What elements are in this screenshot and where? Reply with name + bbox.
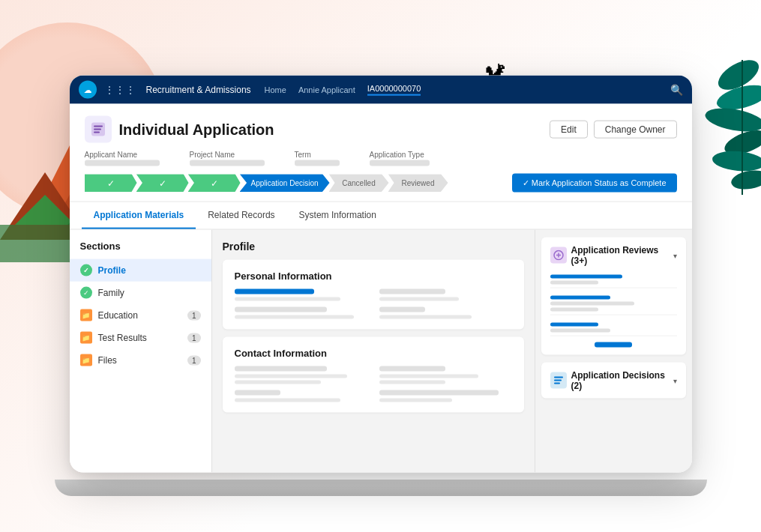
term-label: Term (295, 151, 340, 159)
contact-f1-s2 (235, 381, 321, 384)
profile-section-title: Profile (223, 241, 524, 253)
r1-bar1 (550, 275, 623, 279)
content-area: Individual Application Edit Change Owner… (70, 104, 692, 473)
contact-f3-s (235, 399, 341, 402)
tab-related-records[interactable]: Related Records (196, 202, 286, 229)
contact-information-title: Contact Information (235, 348, 512, 359)
reviews-icon (550, 247, 567, 264)
progress-bar: ✓ ✓ ✓ Application Decision Cancelled Rev… (85, 174, 677, 193)
sections-sidebar: Sections ✓ Profile ✓ Family 📁 Education … (70, 230, 212, 473)
record-fields: Applicant Name Project Name Term Applica… (85, 151, 677, 166)
nav-applicant[interactable]: Annie Applicant (298, 85, 355, 94)
section-item-profile[interactable]: ✓ Profile (70, 259, 211, 282)
r2-bar1 (550, 296, 611, 300)
contact-field-3 (235, 390, 367, 402)
progress-step-cancelled[interactable]: Cancelled (329, 174, 389, 192)
application-type-value (370, 160, 430, 166)
contact-f4-s (379, 399, 452, 402)
tab-application-materials[interactable]: Application Materials (82, 202, 196, 229)
project-name-value (190, 160, 265, 166)
files-label: Files (98, 355, 117, 366)
personal-info-fields (235, 289, 512, 319)
review-1-bars (550, 275, 671, 285)
section-item-test-results[interactable]: 📁 Test Results 1 (70, 327, 211, 349)
files-folder-icon: 📁 (80, 354, 92, 366)
nav-home[interactable]: Home (265, 85, 286, 94)
term-value (295, 160, 340, 166)
r2-bar2 (550, 302, 635, 306)
svg-point-11 (730, 168, 761, 192)
progress-step-reviewed[interactable]: Reviewed (388, 174, 448, 192)
project-name-field: Project Name (190, 151, 265, 166)
svg-point-10 (712, 149, 761, 173)
app-name: Recruitment & Admissions (146, 85, 251, 95)
change-owner-button[interactable]: Change Owner (594, 121, 677, 139)
progress-step-1[interactable]: ✓ (85, 174, 137, 192)
field-1-sub (235, 297, 341, 301)
personal-information-card: Personal Information (223, 260, 524, 330)
contact-f2-v (379, 366, 446, 372)
field-2 (379, 289, 512, 301)
topbar-nav: Home Annie Applicant IA0000000070 (265, 84, 663, 96)
salesforce-logo: ☁ (79, 81, 97, 99)
mark-complete-button[interactable]: ✓ Mark Application Status as Complete (512, 174, 677, 193)
field-4-value (379, 307, 426, 312)
reviews-title: Application Reviews (3+) (571, 245, 669, 266)
laptop-frame: ☁ ⋮⋮⋮ Recruitment & Admissions Home Anni… (70, 76, 692, 473)
progress-step-app-decision[interactable]: Application Decision (240, 174, 330, 192)
applicant-name-value (85, 160, 160, 166)
test-results-folder-icon: 📁 (80, 332, 92, 344)
field-4-sub (379, 315, 472, 319)
applicant-name-field: Applicant Name (85, 151, 160, 166)
section-item-education[interactable]: 📁 Education 1 (70, 304, 211, 327)
app-launcher-icon[interactable]: ⋮⋮⋮ (104, 84, 136, 96)
profile-label: Profile (98, 265, 126, 276)
record-type-icon (85, 116, 112, 143)
right-panel: Application Reviews (3+) ▾ (535, 230, 692, 473)
review-2-bars (550, 296, 671, 312)
field-3-sub (235, 315, 354, 319)
decisions-header[interactable]: Application Decisions (2) ▾ (550, 370, 677, 391)
field-2-value (379, 289, 446, 294)
files-badge: 1 (187, 355, 201, 365)
review-row-2 (550, 293, 677, 315)
review-3-bars (550, 323, 671, 333)
contact-f1-s (235, 375, 347, 378)
reviews-chevron[interactable]: ▾ (673, 251, 677, 259)
record-title-left: Individual Application (85, 116, 274, 143)
review-row-3 (550, 320, 677, 336)
education-label: Education (98, 310, 138, 321)
sections-title: Sections (70, 241, 211, 259)
project-name-label: Project Name (190, 151, 265, 159)
app-decision-label: Application Decision (250, 179, 318, 187)
view-all-container (550, 342, 677, 348)
term-field: Term (295, 151, 340, 166)
contact-information-card: Contact Information (223, 337, 524, 413)
decisions-title: Application Decisions (2) (571, 370, 669, 391)
progress-step-2[interactable]: ✓ (136, 174, 189, 192)
record-actions: Edit Change Owner (550, 121, 676, 139)
search-icon[interactable]: 🔍 (670, 84, 683, 96)
edit-button[interactable]: Edit (550, 121, 588, 139)
nav-application-id[interactable]: IA0000000070 (367, 84, 421, 96)
reviews-header[interactable]: Application Reviews (3+) ▾ (550, 245, 677, 266)
tab-system-information[interactable]: System Information (287, 202, 388, 229)
r1-bar2 (550, 281, 598, 285)
section-item-files[interactable]: 📁 Files 1 (70, 349, 211, 372)
contact-f2-s2 (379, 381, 446, 384)
contact-f3-v (235, 390, 281, 396)
reviewed-label: Reviewed (402, 179, 435, 187)
svg-rect-21 (554, 380, 562, 381)
laptop-bottom (55, 480, 707, 496)
family-check-icon: ✓ (80, 287, 92, 299)
review-row-1 (550, 272, 677, 288)
section-item-family[interactable]: ✓ Family (70, 282, 211, 304)
progress-step-3[interactable]: ✓ (188, 174, 241, 192)
record-title-text: Individual Application (119, 121, 274, 138)
family-label: Family (98, 288, 124, 298)
svg-rect-22 (554, 383, 560, 384)
decisions-icon (550, 372, 567, 389)
decisions-chevron[interactable]: ▾ (673, 376, 677, 384)
contact-field-4 (379, 390, 512, 402)
personal-information-title: Personal Information (235, 270, 512, 282)
